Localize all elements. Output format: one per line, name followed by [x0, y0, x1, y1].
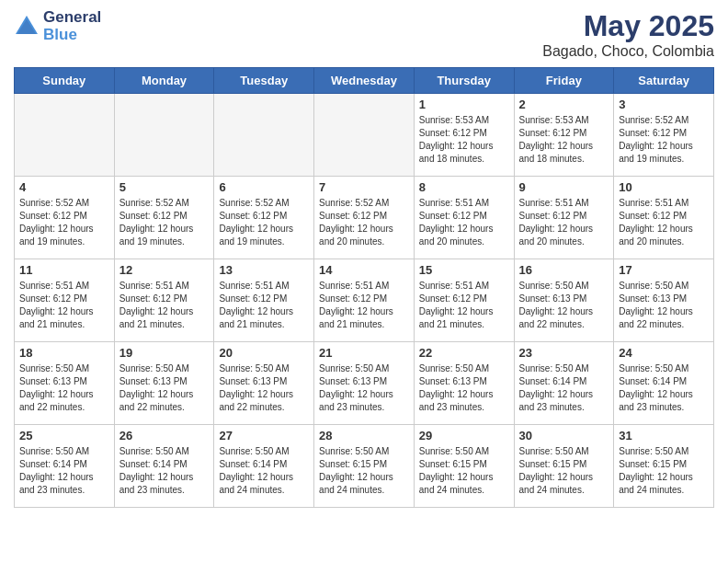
calendar-subtitle: Bagado, Choco, Colombia [542, 43, 714, 60]
day-number: 20 [219, 346, 309, 360]
day-number: 16 [519, 263, 609, 277]
weekday-monday: Monday [114, 68, 214, 94]
day-number: 28 [319, 429, 409, 442]
day-number: 29 [419, 429, 509, 442]
day-info: Sunrise: 5:50 AMSunset: 6:13 PMDaylight:… [519, 280, 609, 331]
day-cell: 9Sunrise: 5:51 AMSunset: 6:12 PMDaylight… [514, 177, 614, 259]
day-cell: 10Sunrise: 5:51 AMSunset: 6:12 PMDayligh… [614, 177, 714, 259]
day-info: Sunrise: 5:51 AMSunset: 6:12 PMDaylight:… [19, 280, 109, 331]
day-number: 5 [119, 180, 210, 194]
day-info: Sunrise: 5:50 AMSunset: 6:15 PMDaylight:… [419, 445, 509, 497]
day-cell [114, 94, 214, 177]
day-cell: 15Sunrise: 5:51 AMSunset: 6:12 PMDayligh… [414, 259, 514, 342]
week-row-5: 25Sunrise: 5:50 AMSunset: 6:14 PMDayligh… [15, 425, 714, 508]
day-number: 26 [119, 429, 210, 442]
title-block: May 2025 Bagado, Choco, Colombia [542, 9, 714, 60]
day-cell: 4Sunrise: 5:52 AMSunset: 6:12 PMDaylight… [15, 177, 115, 259]
day-cell: 24Sunrise: 5:50 AMSunset: 6:14 PMDayligh… [614, 342, 714, 425]
day-info: Sunrise: 5:50 AMSunset: 6:13 PMDaylight:… [319, 362, 409, 414]
day-cell: 7Sunrise: 5:52 AMSunset: 6:12 PMDaylight… [314, 177, 415, 259]
week-row-2: 4Sunrise: 5:52 AMSunset: 6:12 PMDaylight… [15, 177, 714, 259]
day-cell: 23Sunrise: 5:50 AMSunset: 6:14 PMDayligh… [514, 342, 614, 425]
day-number: 25 [19, 429, 109, 442]
day-cell: 21Sunrise: 5:50 AMSunset: 6:13 PMDayligh… [314, 342, 415, 425]
logo-line1: General [43, 9, 101, 27]
day-info: Sunrise: 5:50 AMSunset: 6:15 PMDaylight:… [319, 445, 409, 497]
day-number: 4 [19, 180, 109, 194]
week-row-4: 18Sunrise: 5:50 AMSunset: 6:13 PMDayligh… [15, 342, 714, 425]
weekday-sunday: Sunday [15, 68, 115, 94]
weekday-friday: Friday [514, 68, 614, 94]
day-number: 19 [119, 346, 210, 360]
day-info: Sunrise: 5:51 AMSunset: 6:12 PMDaylight:… [519, 197, 609, 248]
day-cell: 16Sunrise: 5:50 AMSunset: 6:13 PMDayligh… [514, 259, 614, 342]
day-info: Sunrise: 5:50 AMSunset: 6:13 PMDaylight:… [19, 362, 109, 414]
day-number: 24 [619, 346, 709, 360]
weekday-header-row: SundayMondayTuesdayWednesdayThursdayFrid… [15, 68, 714, 94]
day-cell: 30Sunrise: 5:50 AMSunset: 6:15 PMDayligh… [514, 425, 614, 508]
weekday-tuesday: Tuesday [214, 68, 314, 94]
day-cell: 28Sunrise: 5:50 AMSunset: 6:15 PMDayligh… [314, 425, 415, 508]
weekday-saturday: Saturday [614, 68, 714, 94]
day-number: 13 [219, 263, 309, 277]
day-number: 9 [519, 180, 609, 194]
day-number: 22 [419, 346, 509, 360]
day-number: 15 [419, 263, 509, 277]
day-cell: 29Sunrise: 5:50 AMSunset: 6:15 PMDayligh… [414, 425, 514, 508]
day-cell: 20Sunrise: 5:50 AMSunset: 6:13 PMDayligh… [214, 342, 314, 425]
day-number: 3 [619, 98, 709, 111]
day-cell: 13Sunrise: 5:51 AMSunset: 6:12 PMDayligh… [214, 259, 314, 342]
weekday-thursday: Thursday [414, 68, 514, 94]
calendar-body: 1Sunrise: 5:53 AMSunset: 6:12 PMDaylight… [15, 94, 714, 508]
day-number: 23 [519, 346, 609, 360]
day-cell: 6Sunrise: 5:52 AMSunset: 6:12 PMDaylight… [214, 177, 314, 259]
day-number: 2 [519, 98, 609, 111]
day-info: Sunrise: 5:50 AMSunset: 6:14 PMDaylight:… [119, 445, 210, 497]
day-info: Sunrise: 5:50 AMSunset: 6:13 PMDaylight:… [419, 362, 509, 414]
day-number: 11 [19, 263, 109, 277]
day-cell [214, 94, 314, 177]
day-number: 27 [219, 429, 309, 442]
day-cell: 27Sunrise: 5:50 AMSunset: 6:14 PMDayligh… [214, 425, 314, 508]
day-number: 10 [619, 180, 709, 194]
logo-line2: Blue [43, 27, 101, 44]
day-cell: 2Sunrise: 5:53 AMSunset: 6:12 PMDaylight… [514, 94, 614, 177]
day-number: 18 [19, 346, 109, 360]
day-info: Sunrise: 5:52 AMSunset: 6:12 PMDaylight:… [19, 197, 109, 248]
day-cell: 17Sunrise: 5:50 AMSunset: 6:13 PMDayligh… [614, 259, 714, 342]
day-cell [15, 94, 115, 177]
day-info: Sunrise: 5:50 AMSunset: 6:14 PMDaylight:… [219, 445, 309, 497]
day-info: Sunrise: 5:50 AMSunset: 6:13 PMDaylight:… [619, 280, 709, 331]
day-info: Sunrise: 5:51 AMSunset: 6:12 PMDaylight:… [419, 197, 509, 248]
day-info: Sunrise: 5:50 AMSunset: 6:13 PMDaylight:… [119, 362, 210, 414]
day-cell: 26Sunrise: 5:50 AMSunset: 6:14 PMDayligh… [114, 425, 214, 508]
page-header: General Blue May 2025 Bagado, Choco, Col… [14, 9, 714, 60]
day-info: Sunrise: 5:50 AMSunset: 6:13 PMDaylight:… [219, 362, 309, 414]
day-number: 21 [319, 346, 409, 360]
day-cell: 18Sunrise: 5:50 AMSunset: 6:13 PMDayligh… [15, 342, 115, 425]
day-info: Sunrise: 5:51 AMSunset: 6:12 PMDaylight:… [619, 197, 709, 248]
day-number: 30 [519, 429, 609, 442]
calendar-header: SundayMondayTuesdayWednesdayThursdayFrid… [15, 68, 714, 94]
day-number: 1 [419, 98, 509, 111]
day-info: Sunrise: 5:51 AMSunset: 6:12 PMDaylight:… [319, 280, 409, 331]
day-info: Sunrise: 5:51 AMSunset: 6:12 PMDaylight:… [219, 280, 309, 331]
day-cell: 1Sunrise: 5:53 AMSunset: 6:12 PMDaylight… [414, 94, 514, 177]
calendar-table: SundayMondayTuesdayWednesdayThursdayFrid… [14, 67, 714, 508]
day-info: Sunrise: 5:52 AMSunset: 6:12 PMDaylight:… [319, 197, 409, 248]
day-info: Sunrise: 5:50 AMSunset: 6:14 PMDaylight:… [19, 445, 109, 497]
day-number: 6 [219, 180, 309, 194]
day-info: Sunrise: 5:50 AMSunset: 6:15 PMDaylight:… [519, 445, 609, 497]
day-info: Sunrise: 5:53 AMSunset: 6:12 PMDaylight:… [419, 114, 509, 166]
day-info: Sunrise: 5:52 AMSunset: 6:12 PMDaylight:… [119, 197, 210, 248]
day-info: Sunrise: 5:53 AMSunset: 6:12 PMDaylight:… [519, 114, 609, 166]
day-number: 17 [619, 263, 709, 277]
day-cell [314, 94, 415, 177]
day-info: Sunrise: 5:51 AMSunset: 6:12 PMDaylight:… [119, 280, 210, 331]
logo-text: General Blue [43, 9, 101, 43]
day-number: 8 [419, 180, 509, 194]
day-cell: 22Sunrise: 5:50 AMSunset: 6:13 PMDayligh… [414, 342, 514, 425]
day-info: Sunrise: 5:51 AMSunset: 6:12 PMDaylight:… [419, 280, 509, 331]
day-cell: 8Sunrise: 5:51 AMSunset: 6:12 PMDaylight… [414, 177, 514, 259]
day-cell: 12Sunrise: 5:51 AMSunset: 6:12 PMDayligh… [114, 259, 214, 342]
